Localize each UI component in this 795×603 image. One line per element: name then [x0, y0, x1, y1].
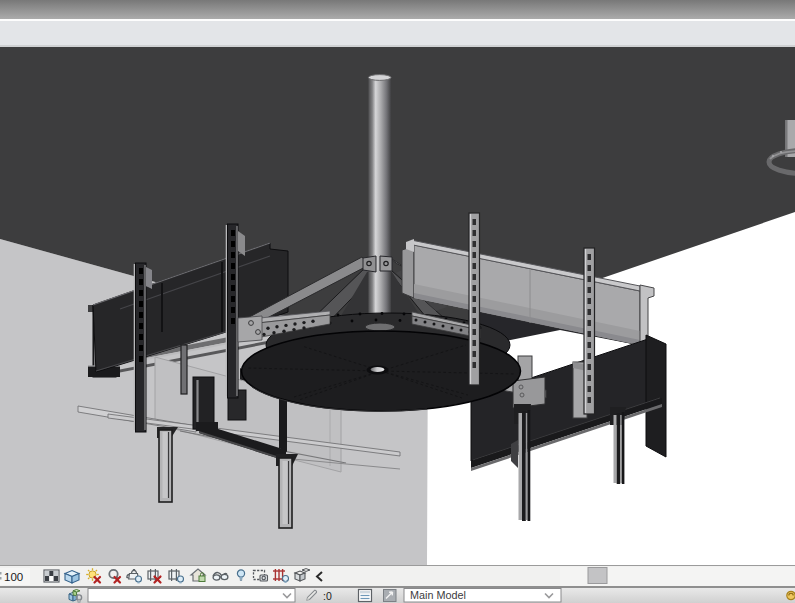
- svg-text:Main Model: Main Model: [410, 589, 466, 601]
- svg-text::0: :0: [323, 590, 332, 602]
- svg-text:100: 100: [4, 571, 23, 583]
